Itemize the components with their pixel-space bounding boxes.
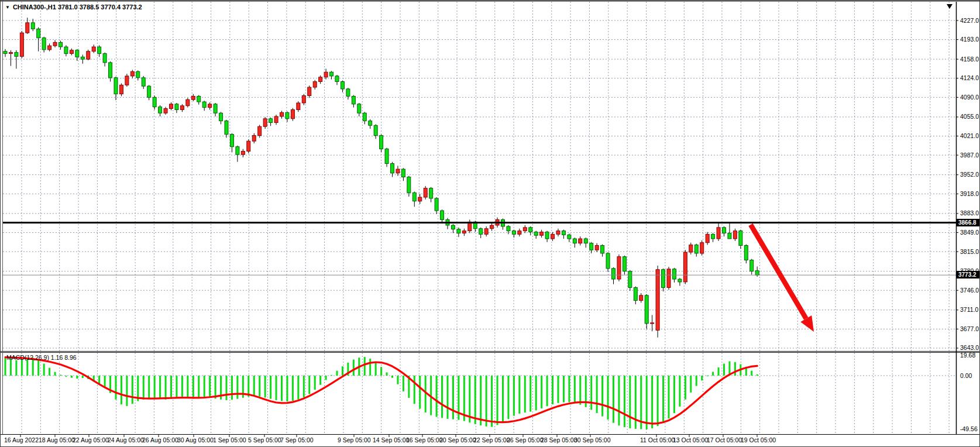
date-axis-label: 1 Sep 05:00 (213, 436, 246, 443)
macd-histogram-bar (502, 376, 504, 422)
macd-histogram-bar (364, 357, 366, 376)
macd-histogram-bar (26, 359, 28, 376)
candle-up (319, 77, 322, 82)
candle-down (634, 287, 637, 300)
macd-histogram-bar (159, 376, 161, 399)
macd-histogram-bar (673, 376, 675, 413)
candle-down (341, 82, 344, 89)
macd-histogram-bar (469, 376, 470, 422)
date-axis-label: 30 Aug 05:00 (177, 436, 214, 443)
candle-down (628, 271, 632, 288)
date-axis-label: 26 Sep 05:00 (507, 436, 544, 443)
candle-down (529, 228, 532, 232)
macd-histogram-bar (325, 376, 327, 380)
chart-ohlc-values: 3781.0 3788.5 3770.4 3773.2 (58, 4, 142, 11)
candle-down (534, 232, 538, 236)
chart-dropdown-icon[interactable]: ▼ (5, 5, 10, 10)
macd-histogram-bar (624, 376, 625, 427)
date-axis-label: 14 Sep 05:00 (373, 436, 410, 443)
macd-axis-label: 0.00 (960, 372, 972, 379)
macd-histogram-bar (65, 376, 67, 377)
macd-histogram-bar (215, 376, 216, 398)
candle-down (391, 164, 394, 173)
candle-up (700, 243, 704, 253)
candle-up (418, 197, 422, 201)
macd-histogram-bar (403, 376, 404, 391)
macd-histogram-bar (486, 376, 487, 427)
price-axis-label: 4055.0 (960, 113, 979, 120)
date-axis-label: 5 Sep 05:00 (248, 436, 281, 443)
macd-histogram-bar (651, 376, 653, 428)
macd-histogram-bar (563, 376, 565, 403)
date-axis-label: 19 Oct 05:00 (741, 436, 776, 443)
candle-down (346, 89, 350, 96)
macd-histogram-bar (613, 376, 614, 423)
macd-histogram-bar (209, 376, 211, 398)
candle-down (136, 71, 140, 78)
candle-up (490, 225, 494, 229)
date-axis-label: 9 Sep 05:00 (338, 436, 371, 443)
candle-down (202, 102, 206, 108)
candle-down (59, 42, 63, 47)
candle-down (584, 239, 587, 243)
price-axis-label: 3711.0 (960, 306, 978, 313)
macd-histogram-bar (121, 376, 122, 404)
candle-down (197, 96, 201, 102)
macd-histogram-bar (132, 376, 133, 404)
candle-down (601, 246, 604, 253)
macd-histogram-bar (49, 368, 50, 376)
macd-histogram-bar (226, 376, 228, 400)
price-axis-label: 3883.0 (960, 209, 979, 216)
date-axis-label: 7 Sep 05:00 (280, 436, 314, 443)
macd-histogram-bar (414, 376, 415, 404)
price-axis-label: 4090.0 (960, 94, 979, 101)
candle-down (369, 121, 372, 126)
macd-histogram-bar (353, 360, 355, 376)
candle-up (70, 50, 73, 54)
candle-down (562, 231, 565, 235)
date-axis-label: 28 Sep 05:00 (541, 436, 577, 443)
macd-histogram-bar (757, 374, 758, 376)
candle-up (523, 228, 527, 231)
candle-down (678, 279, 682, 282)
candle-up (540, 232, 544, 236)
candle-up (180, 106, 184, 110)
date-axis-label: 22 Sep 05:00 (473, 436, 510, 443)
macd-histogram-bar (154, 376, 156, 398)
candle-up (92, 47, 95, 51)
macd-histogram-bar (10, 359, 12, 376)
candle-down (75, 50, 79, 57)
candle-down (230, 135, 233, 147)
candle-down (385, 149, 388, 164)
macd-histogram-bar (546, 376, 548, 406)
macd-histogram-bar (380, 367, 382, 376)
macd-histogram-bar (297, 376, 299, 400)
date-axis-label: 16 Sep 05:00 (406, 436, 443, 443)
macd-histogram-bar (629, 376, 631, 428)
price-axis-label: 4124.0 (960, 74, 979, 81)
candle-down (612, 269, 615, 279)
macd-histogram-bar (723, 364, 725, 376)
macd-histogram-bar (54, 372, 56, 376)
macd-histogram-bar (375, 362, 377, 376)
macd-histogram-bar (707, 376, 709, 376)
macd-histogram-bar (270, 376, 271, 399)
macd-histogram-bar (712, 372, 714, 376)
price-chart-canvas[interactable]: 4227.04193.04158.04124.04090.04055.04021… (1, 1, 980, 447)
date-axis[interactable]: 16 Aug 202218 Aug 05:0022 Aug 05:0024 Au… (4, 435, 776, 443)
macd-histogram-bar (685, 376, 686, 400)
candle-up (297, 103, 300, 110)
candle-down (15, 53, 18, 57)
candle-down (479, 229, 483, 235)
candle-up (48, 46, 51, 50)
macd-histogram-bar (679, 376, 680, 407)
candle-down (363, 113, 366, 121)
macd-histogram-bar (579, 376, 581, 405)
candle-down (401, 169, 405, 177)
date-axis-label: 20 Sep 05:00 (439, 436, 476, 443)
macd-histogram-bar (76, 376, 78, 379)
macd-histogram-bar (231, 376, 233, 400)
macd-axis-label: 19.68 (960, 352, 975, 359)
candle-down (4, 51, 7, 54)
macd-histogram-bar (668, 376, 670, 418)
